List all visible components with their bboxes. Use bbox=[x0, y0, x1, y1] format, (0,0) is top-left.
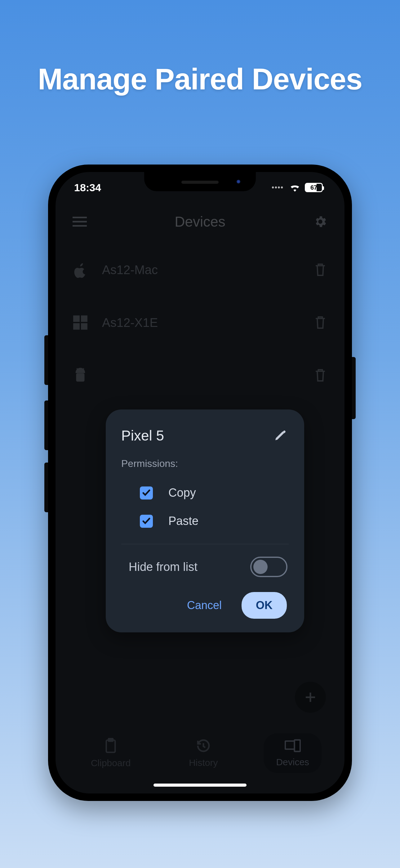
tab-clipboard[interactable]: Clipboard bbox=[78, 732, 143, 774]
pencil-icon bbox=[274, 429, 286, 442]
svg-rect-5 bbox=[73, 323, 80, 330]
android-icon bbox=[71, 367, 90, 384]
checkbox-checked-icon[interactable] bbox=[140, 487, 153, 499]
delete-device-button[interactable] bbox=[312, 367, 329, 384]
cell-signal-icon: •••• bbox=[272, 183, 284, 191]
top-bar: Devices bbox=[56, 203, 344, 240]
windows-icon bbox=[71, 315, 90, 330]
ok-button[interactable]: OK bbox=[241, 592, 287, 619]
status-time: 18:34 bbox=[74, 182, 101, 194]
apple-icon bbox=[71, 261, 90, 279]
device-row[interactable]: As12-X1E bbox=[65, 296, 335, 349]
permissions-label: Permissions: bbox=[121, 458, 289, 469]
device-name-label: As12-Mac bbox=[102, 263, 299, 277]
promo-title: Manage Paired Devices bbox=[38, 62, 362, 96]
svg-rect-3 bbox=[73, 315, 80, 322]
permission-copy-row[interactable]: Copy bbox=[121, 479, 289, 507]
device-name-label: As12-X1E bbox=[102, 316, 299, 330]
delete-device-button[interactable] bbox=[312, 314, 329, 331]
permission-label: Copy bbox=[168, 486, 196, 499]
device-row[interactable]: Pixel 5 bbox=[65, 349, 335, 402]
checkbox-checked-icon[interactable] bbox=[140, 515, 153, 528]
settings-button[interactable] bbox=[312, 213, 329, 230]
phone-mockup: 18:34 •••• 67 Devices bbox=[48, 164, 352, 801]
plus-icon bbox=[304, 691, 316, 704]
popup-title: Pixel 5 bbox=[121, 427, 164, 444]
tab-label: Clipboard bbox=[91, 758, 131, 768]
wifi-icon bbox=[289, 183, 300, 192]
tab-label: History bbox=[189, 757, 218, 768]
hide-from-list-label: Hide from list bbox=[129, 560, 198, 574]
add-device-button[interactable] bbox=[295, 682, 326, 713]
tab-devices[interactable]: Devices bbox=[264, 733, 322, 773]
bottom-nav: Clipboard History Devices bbox=[56, 725, 344, 794]
divider bbox=[121, 544, 289, 544]
device-row[interactable]: As12-Mac bbox=[65, 243, 335, 296]
svg-rect-13 bbox=[294, 740, 300, 751]
menu-button[interactable] bbox=[71, 213, 88, 230]
toggle-knob bbox=[253, 560, 268, 574]
permission-paste-row[interactable]: Paste bbox=[121, 507, 289, 535]
tab-label: Devices bbox=[276, 757, 309, 767]
permission-label: Paste bbox=[168, 515, 198, 528]
clipboard-icon bbox=[104, 738, 118, 753]
trash-icon bbox=[314, 368, 327, 382]
svg-rect-7 bbox=[76, 373, 85, 381]
svg-rect-6 bbox=[81, 323, 88, 330]
home-indicator[interactable] bbox=[154, 783, 246, 787]
history-icon bbox=[196, 738, 211, 753]
svg-rect-11 bbox=[108, 739, 113, 741]
hide-from-list-toggle[interactable] bbox=[250, 557, 288, 577]
edit-name-button[interactable] bbox=[271, 427, 289, 444]
gear-icon bbox=[313, 215, 328, 229]
page-title: Devices bbox=[174, 213, 226, 230]
delete-device-button[interactable] bbox=[312, 261, 329, 278]
device-settings-popup: Pixel 5 Permissions: Copy Paste bbox=[106, 409, 304, 632]
trash-icon bbox=[314, 315, 327, 330]
battery-icon: 67 bbox=[305, 183, 323, 192]
hamburger-icon bbox=[72, 216, 87, 227]
tab-history[interactable]: History bbox=[176, 733, 230, 774]
devices-icon bbox=[285, 739, 301, 752]
svg-rect-10 bbox=[106, 740, 115, 752]
trash-icon bbox=[314, 262, 327, 277]
cancel-button[interactable]: Cancel bbox=[181, 593, 228, 617]
svg-rect-4 bbox=[81, 315, 88, 322]
notch bbox=[144, 172, 256, 191]
